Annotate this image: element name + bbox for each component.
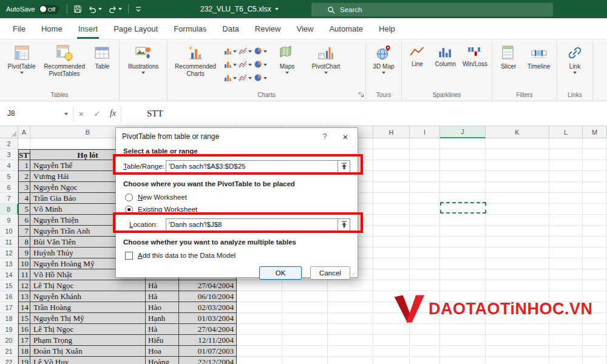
cell-M6[interactable] <box>583 182 607 193</box>
cell-K19[interactable] <box>486 324 549 335</box>
column-header-i[interactable]: I <box>410 126 440 138</box>
cell-E18[interactable] <box>237 313 282 324</box>
row-header-15[interactable]: 15 <box>0 280 18 291</box>
select-all-corner[interactable] <box>0 126 18 138</box>
cell-M7[interactable] <box>583 193 607 204</box>
pivottable-button[interactable]: PivotTable <box>2 42 41 74</box>
document-title[interactable]: 232_VLU_T6_C5.xlsx <box>200 0 279 18</box>
recommended-charts-button[interactable]: Recommended Charts <box>169 42 222 78</box>
cell-B15[interactable]: Lê Thị Ngọc <box>30 280 146 291</box>
cell-A10[interactable]: 7 <box>18 226 30 237</box>
cell-C20[interactable]: Hiếu <box>146 335 179 346</box>
cell-J9[interactable] <box>440 215 486 226</box>
cell-D20[interactable]: 12/11/2004 <box>179 335 237 346</box>
cell-J11[interactable] <box>440 237 486 248</box>
cell-A12[interactable]: 9 <box>18 248 30 258</box>
cell-K13[interactable] <box>486 258 549 269</box>
cell-I8[interactable] <box>410 204 440 215</box>
tab-automate[interactable]: Automate <box>321 18 371 39</box>
column-header-l[interactable]: L <box>549 126 583 138</box>
cell-B20[interactable]: Phạm Trọng <box>30 335 146 346</box>
cell-J5[interactable] <box>440 171 486 182</box>
cell-D21[interactable]: 01/07/2003 <box>179 346 237 357</box>
sparkline-winloss-button[interactable]: Win/Loss <box>460 42 490 68</box>
cell-M14[interactable] <box>583 269 607 280</box>
cell-I12[interactable] <box>410 248 440 258</box>
cell-B17[interactable]: Trần Hoàng <box>30 302 146 313</box>
cell-F15[interactable] <box>282 280 328 291</box>
cell-H21[interactable] <box>373 346 410 357</box>
cell-M2[interactable] <box>583 138 607 149</box>
cell-F16[interactable] <box>282 291 328 302</box>
cell-A19[interactable]: 16 <box>18 324 30 335</box>
row-header-19[interactable]: 19 <box>0 324 18 335</box>
cell-H7[interactable] <box>373 193 410 204</box>
cell-K22[interactable] <box>486 357 549 364</box>
column-header-k[interactable]: K <box>486 126 549 138</box>
tab-help[interactable]: Help <box>371 18 403 39</box>
cell-A6[interactable]: 3 <box>18 182 30 193</box>
row-header-4[interactable]: 4 <box>0 160 18 171</box>
row-header-3[interactable]: 3 <box>0 149 18 160</box>
row-header-18[interactable]: 18 <box>0 313 18 324</box>
cell-J3[interactable] <box>440 149 486 160</box>
cell-C17[interactable]: Hào <box>146 302 179 313</box>
row-header-11[interactable]: 11 <box>0 237 18 248</box>
cell-L5[interactable] <box>549 171 583 182</box>
cell-J20[interactable] <box>440 335 486 346</box>
cell-L21[interactable] <box>549 346 583 357</box>
cell-J4[interactable] <box>440 160 486 171</box>
cell-K15[interactable] <box>486 280 549 291</box>
cell-B19[interactable]: Lê Thị Ngọc <box>30 324 146 335</box>
cell-B18[interactable]: Nguyễn Thị Mỹ <box>30 313 146 324</box>
cell-A11[interactable]: 8 <box>18 237 30 248</box>
cell-A3[interactable]: STT <box>18 149 30 160</box>
cell-E15[interactable] <box>237 280 282 291</box>
cell-D18[interactable]: 01/03/2004 <box>179 313 237 324</box>
cell-C16[interactable]: Hà <box>146 291 179 302</box>
search-box[interactable]: Search <box>311 2 554 17</box>
row-header-12[interactable]: 12 <box>0 248 18 258</box>
cell-J10[interactable] <box>440 226 486 237</box>
cell-C21[interactable]: Hoa <box>146 346 179 357</box>
cell-C18[interactable]: Hạnh <box>146 313 179 324</box>
cell-L3[interactable] <box>549 149 583 160</box>
row-header-2[interactable]: 2 <box>0 138 18 149</box>
cell-B22[interactable]: Lê Võ Huy <box>30 357 146 364</box>
close-icon[interactable]: × <box>333 128 358 145</box>
cell-M4[interactable] <box>583 160 607 171</box>
cell-L15[interactable] <box>549 280 583 291</box>
illustrations-button[interactable]: Illustrations <box>121 42 165 74</box>
row-header-5[interactable]: 5 <box>0 171 18 182</box>
cell-L12[interactable] <box>549 248 583 258</box>
cell-B21[interactable]: Đoàn Thị Xuân <box>30 346 146 357</box>
name-box[interactable]: J8 <box>0 101 73 126</box>
cell-H15[interactable] <box>373 280 410 291</box>
row-header-13[interactable]: 13 <box>0 258 18 269</box>
cell-C19[interactable]: Hà <box>146 324 179 335</box>
ok-button[interactable]: OK <box>259 266 302 280</box>
tab-page-layout[interactable]: Page Layout <box>106 18 166 39</box>
tab-file[interactable]: File <box>5 18 33 39</box>
cell-L22[interactable] <box>549 357 583 364</box>
maps-button[interactable]: Maps <box>270 42 305 74</box>
chart-type-button[interactable] <box>253 46 268 56</box>
cell-I9[interactable] <box>410 215 440 226</box>
cell-I2[interactable] <box>410 138 440 149</box>
cancel-entry-button[interactable]: × <box>73 101 89 126</box>
cell-K7[interactable] <box>486 193 549 204</box>
cell-K20[interactable] <box>486 335 549 346</box>
cell-E16[interactable] <box>237 291 282 302</box>
formula-content[interactable]: STT <box>121 101 607 126</box>
chart-type-button[interactable] <box>253 73 268 83</box>
cell-L20[interactable] <box>549 335 583 346</box>
row-header-7[interactable]: 7 <box>0 193 18 204</box>
row-header-9[interactable]: 9 <box>0 215 18 226</box>
tab-view[interactable]: View <box>288 18 321 39</box>
cell-A15[interactable]: 12 <box>18 280 30 291</box>
table-button[interactable]: Table <box>87 42 117 70</box>
data-model-option[interactable]: Add this data to the Data Model <box>123 251 350 260</box>
recommended-pivottables-button[interactable]: Recommended PivotTables <box>41 42 87 78</box>
cell-B16[interactable]: Nguyễn Khánh <box>30 291 146 302</box>
cancel-button[interactable]: Cancel <box>310 266 350 280</box>
